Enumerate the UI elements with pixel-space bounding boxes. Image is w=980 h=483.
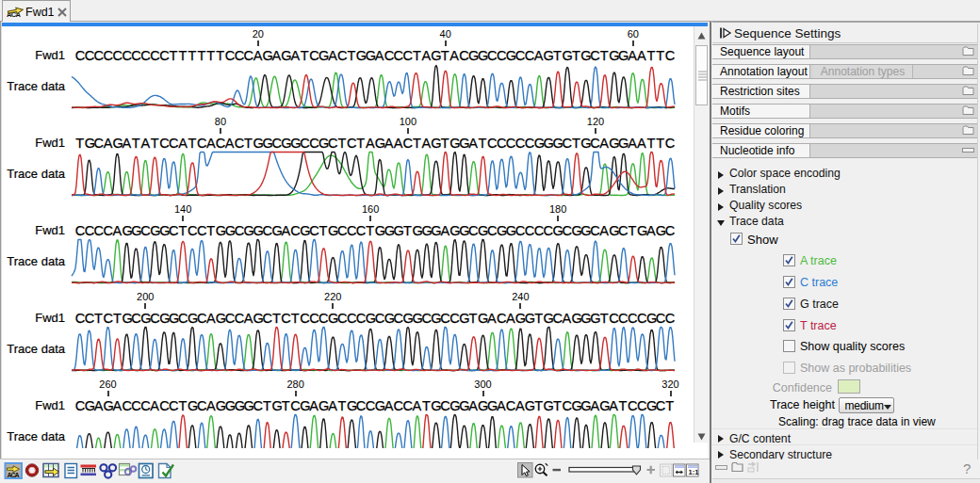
svg-text:1:1: 1:1 <box>689 468 699 476</box>
